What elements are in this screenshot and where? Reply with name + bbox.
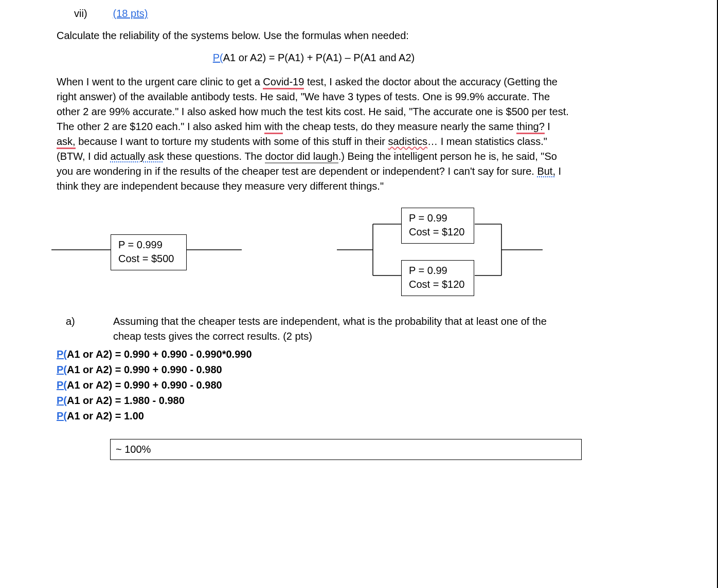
diagram-box-cheap-top: P = 0.99 Cost = $120	[401, 208, 474, 244]
box-p: P = 0.999	[118, 238, 179, 252]
story-text: I	[545, 121, 550, 132]
part-a-marker: a)	[89, 314, 113, 329]
proof-mark-but: But,	[537, 166, 555, 177]
calc-text: A1 or A2) = 0.990 + 0.990 - 0.990*0.990	[67, 348, 252, 360]
probability-formula: P(A1 or A2) = P(A1) + P(A1) – P(A1 and A…	[57, 50, 571, 65]
box-p: P = 0.99	[409, 264, 466, 278]
formula-p: P(	[213, 52, 223, 63]
proof-mark-thing: thing?	[516, 121, 545, 134]
part-a: a)Assuming that the cheaper tests are in…	[57, 314, 571, 460]
points-label: (18 pts)	[113, 8, 148, 19]
proof-mark-with: with	[264, 121, 283, 134]
calc-p: P(	[57, 410, 67, 421]
diagram-box-expensive: P = 0.999 Cost = $500	[111, 234, 187, 270]
calc-text: A1 or A2) = 1.00	[67, 410, 144, 421]
calculation-lines: P(A1 or A2) = 0.990 + 0.990 - 0.990*0.99…	[57, 347, 571, 424]
proof-mark-sadistics: sadistics	[388, 136, 427, 147]
reliability-diagrams: P = 0.999 Cost = $500 P = 0.99 Cost = $1…	[57, 206, 571, 304]
calc-text: A1 or A2) = 0.990 + 0.990 - 0.980	[67, 379, 222, 391]
answer-box: ~ 100%	[110, 439, 582, 460]
calc-text: A1 or A2) = 1.980 - 0.980	[67, 395, 185, 406]
question-number-line: vii) (18 pts)	[57, 6, 571, 21]
diagram-box-cheap-bottom: P = 0.99 Cost = $120	[401, 260, 474, 296]
story-text: because I want to torture my students wi…	[76, 136, 388, 147]
calc-p: P(	[57, 348, 67, 360]
box-cost: Cost = $120	[409, 278, 466, 291]
calc-p: P(	[57, 364, 67, 375]
story-paragraph: When I went to the urgent care clinic to…	[57, 75, 571, 194]
intro-text: Calculate the reliability of the systems…	[57, 28, 571, 43]
box-p: P = 0.99	[409, 211, 466, 225]
calc-p: P(	[57, 395, 67, 406]
calc-p: P(	[57, 379, 67, 391]
story-text: the cheap tests, do they measure nearly …	[283, 121, 517, 132]
calc-text: A1 or A2) = 0.990 + 0.990 - 0.980	[67, 364, 222, 375]
proof-mark-actually-ask: actually ask	[110, 151, 164, 162]
part-a-question: a)Assuming that the cheaper tests are in…	[57, 314, 571, 344]
box-cost: Cost = $120	[409, 225, 466, 239]
part-a-text: Assuming that the cheaper tests are inde…	[113, 316, 547, 342]
box-cost: Cost = $500	[118, 252, 179, 266]
story-text: these questions. The	[164, 151, 265, 162]
question-number: vii)	[74, 6, 110, 21]
formula-rest: A1 or A2) = P(A1) + P(A1) – P(A1 and A2)	[223, 52, 415, 63]
proof-mark-doctor-laugh: doctor did laugh	[265, 151, 338, 163]
proof-mark-ask: ask,	[57, 136, 76, 149]
proof-mark-covid: Covid-19	[263, 76, 304, 89]
document-page: vii) (18 pts) Calculate the reliability …	[0, 0, 718, 588]
content-area: vii) (18 pts) Calculate the reliability …	[57, 6, 571, 460]
story-text: When I went to the urgent care clinic to…	[57, 76, 263, 87]
